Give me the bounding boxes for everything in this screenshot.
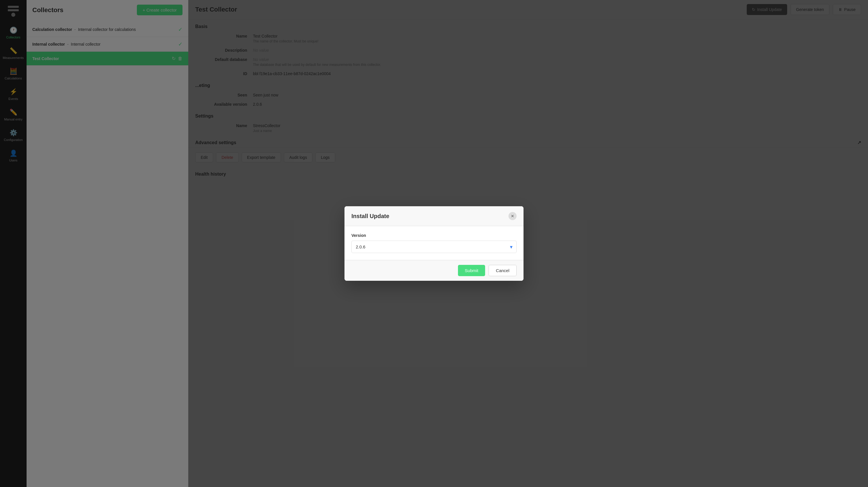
modal-body: Version 2.0.6 2.0.5 2.0.4 ▾ bbox=[344, 226, 524, 260]
submit-button[interactable]: Submit bbox=[458, 265, 486, 276]
modal-close-button[interactable]: ✕ bbox=[508, 212, 517, 220]
install-update-modal: Install Update ✕ Version 2.0.6 2.0.5 2.0… bbox=[344, 206, 524, 281]
modal-overlay: Install Update ✕ Version 2.0.6 2.0.5 2.0… bbox=[0, 0, 868, 487]
modal-footer: Submit Cancel bbox=[344, 260, 524, 281]
modal-title: Install Update bbox=[351, 213, 389, 219]
modal-header: Install Update ✕ bbox=[344, 206, 524, 226]
version-select[interactable]: 2.0.6 2.0.5 2.0.4 bbox=[351, 241, 517, 253]
cancel-button[interactable]: Cancel bbox=[489, 265, 517, 276]
version-select-wrapper: 2.0.6 2.0.5 2.0.4 ▾ bbox=[351, 241, 517, 253]
version-label: Version bbox=[351, 233, 517, 238]
